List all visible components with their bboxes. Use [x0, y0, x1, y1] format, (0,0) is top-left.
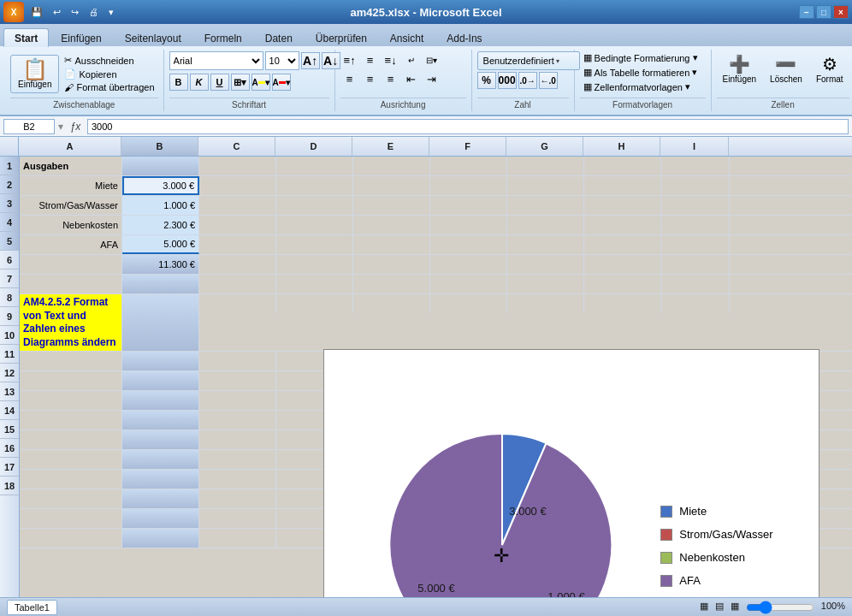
cell-c2[interactable]	[199, 176, 276, 195]
tab-ueberpruefung[interactable]: Überprüfen	[305, 28, 378, 46]
number-format-combo[interactable]: Benutzerdefiniert ▾	[477, 51, 580, 70]
tab-start[interactable]: Start	[3, 28, 49, 47]
cell-reference[interactable]: B2	[3, 119, 55, 134]
cell-g7[interactable]	[507, 275, 584, 293]
save-button[interactable]: 💾	[27, 5, 46, 20]
cell-c4[interactable]	[199, 216, 276, 234]
cell-h7[interactable]	[584, 275, 661, 293]
cell-e8[interactable]	[353, 294, 430, 313]
cell-c1[interactable]	[199, 157, 276, 175]
cell-g8[interactable]	[507, 294, 584, 313]
col-header-b[interactable]: B	[121, 137, 198, 156]
cell-d5[interactable]	[276, 235, 353, 254]
copy-button[interactable]: 📄 Kopieren	[61, 68, 157, 80]
cell-h2[interactable]	[584, 176, 661, 195]
cell-b3[interactable]: 1.000 €	[122, 196, 199, 215]
bold-btn[interactable]: B	[169, 74, 188, 91]
cell-f8[interactable]	[430, 294, 507, 313]
row-header-15[interactable]: 15	[0, 420, 19, 439]
cell-b2[interactable]: 3.000 €	[122, 176, 199, 195]
print-button[interactable]: 🖨	[86, 5, 102, 19]
increase-indent-btn[interactable]: ⇥	[423, 70, 441, 87]
wrap-text-btn[interactable]: ↵	[402, 51, 421, 68]
cell-f2[interactable]	[430, 176, 507, 195]
row-header-9[interactable]: 9	[0, 307, 19, 326]
row-header-14[interactable]: 14	[0, 401, 19, 420]
row-header-1[interactable]: 1	[0, 157, 19, 175]
chart-area[interactable]: 3.000 € 1.000 € 2.300 € 5.000 € ✛ Miete	[323, 349, 819, 597]
percent-btn[interactable]: %	[477, 72, 496, 89]
row-header-4[interactable]: 4	[0, 213, 19, 232]
cell-h3[interactable]	[584, 196, 661, 215]
row-header-17[interactable]: 17	[0, 458, 19, 477]
cell-g6[interactable]	[507, 255, 584, 274]
cell-h1[interactable]	[584, 157, 661, 175]
row-header-11[interactable]: 11	[0, 345, 19, 364]
tab-formeln[interactable]: Formeln	[193, 28, 253, 46]
delete-cells-btn[interactable]: ➖ Löschen	[764, 51, 808, 86]
thousands-btn[interactable]: 000	[498, 72, 517, 89]
col-header-e[interactable]: E	[352, 137, 429, 156]
cell-i7[interactable]	[661, 275, 730, 293]
maximize-btn[interactable]: □	[816, 5, 831, 19]
tab-addins[interactable]: Add-Ins	[435, 28, 493, 46]
cell-a4[interactable]: Nebenkosten	[20, 216, 122, 234]
row-header-7[interactable]: 7	[0, 270, 19, 288]
cell-h5[interactable]	[584, 235, 661, 254]
cell-d4[interactable]	[276, 216, 353, 234]
cell-b6[interactable]: 11.300 €	[122, 255, 199, 274]
underline-btn[interactable]: U	[210, 74, 229, 91]
cell-b7[interactable]	[122, 275, 199, 293]
font-size-select[interactable]: 10	[265, 51, 299, 70]
cell-f3[interactable]	[430, 196, 507, 215]
col-header-f[interactable]: F	[429, 137, 506, 156]
cell-d1[interactable]	[276, 157, 353, 175]
cell-b4[interactable]: 2.300 €	[122, 216, 199, 234]
cell-f7[interactable]	[430, 275, 507, 293]
border-btn[interactable]: ⊞▾	[231, 74, 250, 91]
cell-d3[interactable]	[276, 196, 353, 215]
align-top-btn[interactable]: ≡↑	[340, 51, 359, 68]
row-header-2[interactable]: 2	[0, 175, 19, 194]
cell-g4[interactable]	[507, 216, 584, 234]
increase-decimal-btn[interactable]: .0→	[518, 72, 537, 89]
row-header-18[interactable]: 18	[0, 477, 19, 495]
align-left-btn[interactable]: ≡	[340, 70, 359, 87]
view-page-break[interactable]: ▦	[731, 601, 739, 614]
row-header-6[interactable]: 6	[0, 251, 19, 270]
row-header-8[interactable]: 8	[0, 288, 19, 307]
cell-f5[interactable]	[430, 235, 507, 254]
tab-daten[interactable]: Daten	[254, 28, 304, 46]
view-normal[interactable]: ▦	[700, 601, 708, 614]
cell-i2[interactable]	[661, 176, 730, 195]
row-header-13[interactable]: 13	[0, 382, 19, 401]
col-header-d[interactable]: D	[275, 137, 352, 156]
cell-f4[interactable]	[430, 216, 507, 234]
cell-a7[interactable]	[20, 275, 122, 293]
align-center-btn[interactable]: ≡	[361, 70, 380, 87]
cell-c8[interactable]	[199, 294, 276, 313]
cell-b5[interactable]: 5.000 €	[122, 235, 199, 254]
cell-e4[interactable]	[353, 216, 430, 234]
col-header-a[interactable]: A	[19, 137, 121, 156]
cell-h8[interactable]	[584, 294, 661, 313]
cell-g3[interactable]	[507, 196, 584, 215]
cell-a2[interactable]: Miete	[20, 176, 122, 195]
row-header-16[interactable]: 16	[0, 439, 19, 458]
align-middle-btn[interactable]: ≡	[361, 51, 380, 68]
italic-btn[interactable]: K	[190, 74, 209, 91]
cell-a8[interactable]: AM4.2.5.2 Format von Text und Zahlen ein…	[20, 294, 122, 351]
merge-btn[interactable]: ⊟▾	[423, 51, 441, 68]
cut-button[interactable]: ✂ Ausschneiden	[61, 54, 157, 67]
col-header-g[interactable]: G	[506, 137, 583, 156]
cell-c5[interactable]	[199, 235, 276, 254]
increase-font-btn[interactable]: A↑	[301, 52, 320, 69]
cell-f6[interactable]	[430, 255, 507, 274]
as-table-btn[interactable]: ▦ Als Tabelle formatieren ▾	[580, 66, 701, 79]
cell-f1[interactable]	[430, 157, 507, 175]
cell-i1[interactable]	[661, 157, 730, 175]
cell-g2[interactable]	[507, 176, 584, 195]
cell-e6[interactable]	[353, 255, 430, 274]
cell-e3[interactable]	[353, 196, 430, 215]
cell-d8[interactable]	[276, 294, 353, 313]
